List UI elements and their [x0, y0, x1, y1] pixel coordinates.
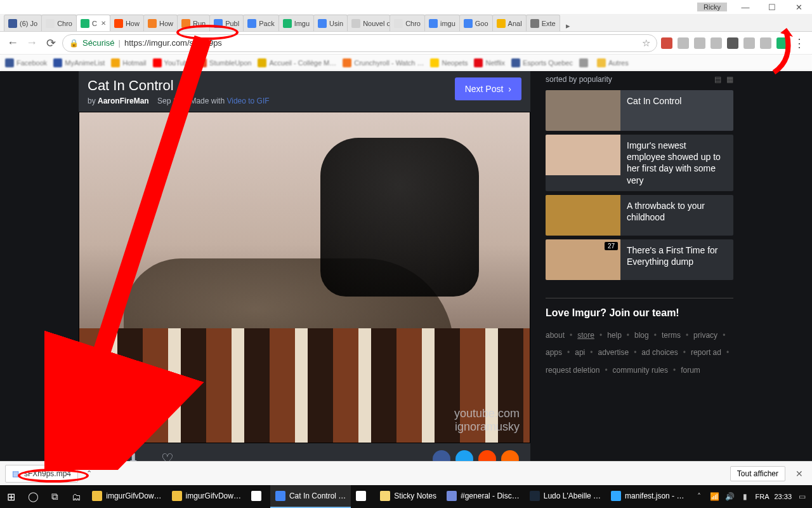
footer-link[interactable]: advertise	[598, 346, 629, 360]
sidebar-post-card[interactable]: Imgur's newest employee showed up to her…	[546, 135, 733, 191]
share-button[interactable]	[455, 450, 473, 461]
extension-icon[interactable]	[661, 37, 672, 49]
back-button[interactable]: ←	[5, 36, 20, 51]
battery-icon[interactable]: ▮	[740, 491, 750, 502]
footer-link[interactable]: apps	[546, 346, 562, 360]
footer-link[interactable]: privacy	[693, 329, 717, 343]
extension-icon[interactable]	[694, 37, 705, 49]
volume-icon[interactable]: 🔊	[724, 491, 735, 502]
notifications-icon[interactable]: ▭	[797, 491, 807, 502]
taskbar-item[interactable]: #general - Disc…	[442, 485, 525, 508]
browser-tab[interactable]: Chro	[390, 15, 425, 31]
bookmark-item[interactable]: Facebook	[5, 58, 47, 67]
bookmark-item[interactable]: Autres	[597, 58, 629, 67]
forward-button[interactable]: →	[24, 36, 39, 51]
bookmark-item[interactable]: Neopets	[430, 58, 468, 67]
bookmark-item[interactable]	[579, 58, 591, 67]
taskbar-item[interactable]: Sticky Notes	[375, 485, 442, 508]
user-badge[interactable]: Ricky	[697, 3, 727, 11]
made-with-link[interactable]: Video to GIF	[226, 97, 269, 105]
browser-tab[interactable]: Chro	[41, 15, 77, 31]
post-author[interactable]: AaronFireMan	[98, 97, 149, 105]
start-button[interactable]: ⊞	[0, 485, 23, 508]
post-image[interactable]: youtube.com ignoramusky	[79, 112, 530, 443]
extension-icon[interactable]	[760, 37, 771, 49]
taskbar-item[interactable]: imgurGifvDow…	[87, 485, 166, 508]
browser-tab[interactable]: imgu	[424, 15, 460, 31]
bookmark-item[interactable]: StumbleUpon	[198, 58, 252, 67]
footer-link[interactable]: store	[577, 329, 594, 343]
taskbar-item[interactable]: Cat In Control …	[270, 485, 351, 508]
window-close-button[interactable]: ✕	[785, 0, 812, 14]
bookmark-item[interactable]: MyAnimeList	[53, 58, 105, 67]
new-tab-button[interactable]: ▸	[562, 20, 575, 31]
footer-link[interactable]: blog	[634, 329, 649, 343]
bookmark-item[interactable]: Accueil - Collège M…	[258, 58, 336, 67]
browser-tab[interactable]: (6) Jo	[4, 15, 42, 31]
bookmark-item[interactable]: Esports Quebec	[511, 58, 573, 67]
favorite-icon[interactable]: ♡	[159, 450, 176, 461]
taskbar-item[interactable]: manifest.json - …	[606, 485, 689, 508]
explorer-icon[interactable]: 🗂	[65, 485, 87, 508]
extension-icon[interactable]	[678, 37, 689, 49]
chrome-menu-button[interactable]: ⋮	[792, 36, 807, 51]
bookmark-item[interactable]: Hotmail	[111, 58, 146, 67]
footer-link[interactable]: community rules	[613, 364, 668, 378]
browser-tab[interactable]: Imgu	[278, 15, 314, 31]
sidebar-post-card[interactable]: 27There's a First Time for Everything du…	[546, 239, 733, 280]
next-post-button[interactable]: Next Post ›	[455, 77, 521, 100]
bookmark-star-icon[interactable]: ☆	[642, 37, 650, 49]
taskbar-item[interactable]: Ludo L'Abeille …	[525, 485, 606, 508]
extension-icon[interactable]	[776, 37, 788, 49]
extension-icon[interactable]	[743, 37, 755, 49]
clock[interactable]: 23:33	[774, 493, 792, 500]
bookmark-item[interactable]: Netflix	[474, 58, 505, 67]
sidebar-post-card[interactable]: A throwback to your childhood	[546, 195, 733, 236]
list-view-icon[interactable]: ▤	[714, 75, 721, 84]
browser-tab[interactable]: Pack	[243, 15, 278, 31]
upvote-icon[interactable]: ⬆	[90, 450, 108, 461]
search-icon[interactable]: ◯	[23, 485, 44, 508]
grid-view-icon[interactable]: ▦	[726, 75, 733, 84]
browser-tab[interactable]: Nouvel o	[347, 15, 390, 31]
taskbar-item[interactable]: imgurGifvDow…	[167, 485, 246, 508]
footer-link[interactable]: about	[546, 329, 565, 343]
browser-tab[interactable]: Anal	[492, 15, 527, 31]
download-item-menu[interactable]: ⌃	[82, 467, 96, 481]
task-view-icon[interactable]: ⧉	[44, 485, 66, 508]
close-tab-icon[interactable]: ✕	[101, 20, 106, 27]
minimize-button[interactable]: —	[732, 0, 759, 14]
network-icon[interactable]: 📶	[709, 491, 719, 502]
browser-tab[interactable]: Goo	[459, 15, 493, 31]
footer-link[interactable]: report ad	[691, 346, 721, 360]
download-item[interactable]: ▤ sFXh9ps.mp4	[5, 465, 78, 483]
footer-link[interactable]: request deletion	[546, 364, 599, 378]
close-download-shelf-button[interactable]: ✕	[792, 469, 807, 479]
sidebar-post-card[interactable]: Cat In Control	[546, 90, 733, 131]
taskbar-item[interactable]	[351, 485, 375, 508]
extension-icon[interactable]	[727, 37, 738, 49]
tray-chevron-icon[interactable]: ˄	[694, 491, 704, 502]
share-button[interactable]	[433, 450, 450, 461]
browser-tab[interactable]: Run	[177, 15, 210, 31]
bookmark-item[interactable]: YouTube	[153, 58, 192, 67]
share-button[interactable]	[478, 450, 496, 461]
downvote-icon[interactable]: ⬇	[124, 450, 142, 461]
share-button[interactable]	[501, 450, 519, 461]
show-all-downloads-button[interactable]: Tout afficher	[730, 466, 785, 481]
maximize-button[interactable]: ☐	[759, 0, 785, 14]
language-indicator[interactable]: FRA	[755, 493, 769, 500]
omnibox[interactable]: 🔒 Sécurisé | https://imgur.com/sFXh9ps ☆	[62, 34, 657, 52]
footer-link[interactable]: help	[607, 329, 622, 343]
browser-tab[interactable]: How	[143, 15, 178, 31]
bookmark-item[interactable]: Crunchyroll - Watch …	[343, 58, 424, 67]
browser-tab[interactable]: Usin	[313, 15, 348, 31]
love-imgur[interactable]: Love Imgur? Join our team!	[546, 307, 733, 319]
footer-link[interactable]: terms	[662, 329, 681, 343]
footer-link[interactable]: ad choices	[641, 346, 678, 360]
taskbar-item[interactable]	[246, 485, 270, 508]
browser-tab[interactable]: Publ	[209, 15, 244, 31]
extension-icon[interactable]	[710, 37, 722, 49]
reload-button[interactable]: ⟳	[43, 36, 58, 51]
browser-tab[interactable]: Exte	[526, 15, 560, 31]
